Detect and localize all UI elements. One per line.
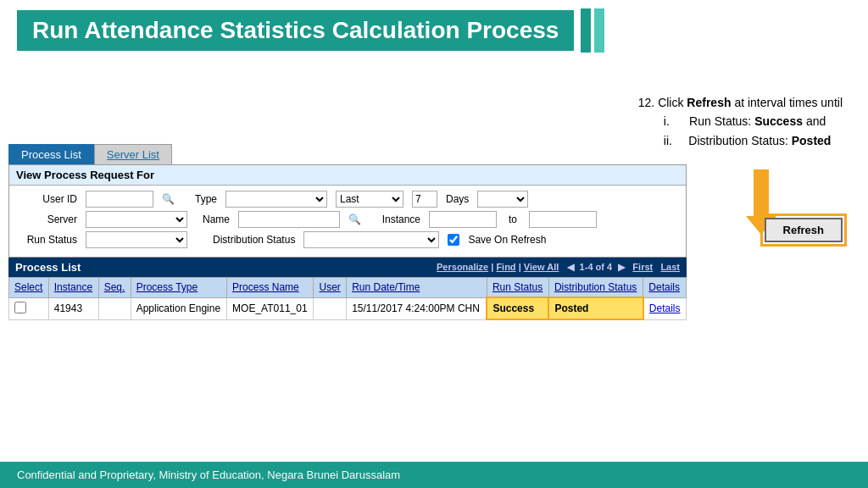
col-run-status[interactable]: Run Status	[487, 278, 548, 298]
col-distribution-status[interactable]: Distribution Status	[548, 278, 643, 298]
cell-instance: 41943	[48, 297, 98, 319]
distribution-status-select[interactable]	[303, 231, 439, 248]
user-id-label: User ID	[18, 193, 77, 205]
type-select[interactable]	[225, 191, 327, 208]
accent-bar-light	[594, 8, 604, 53]
page-icon-last[interactable]: ▶	[618, 262, 625, 272]
save-on-refresh-label: Save On Refresh	[468, 234, 546, 246]
table-row: 41943 Application Engine MOE_AT011_01 15…	[9, 297, 687, 319]
cell-user	[314, 297, 347, 319]
process-table: Select Instance Seq. Process Type Proces…	[8, 277, 687, 320]
name-search-icon[interactable]: 🔍	[348, 214, 361, 225]
table-header-row: Select Instance Seq. Process Type Proces…	[9, 278, 687, 298]
last-link[interactable]: Last	[660, 262, 680, 272]
page-icon-first[interactable]: ◀	[567, 262, 574, 272]
user-id-input[interactable]	[86, 191, 153, 208]
days-value-input[interactable]	[412, 191, 437, 208]
instance-label: Instance	[370, 214, 420, 225]
roman-1: i.	[664, 114, 670, 128]
col-select[interactable]: Select	[9, 278, 49, 298]
find-link[interactable]: Find	[496, 262, 515, 272]
process-request-box: View Process Request For User ID 🔍 Type …	[8, 164, 687, 258]
process-request-header: View Process Request For	[9, 165, 686, 186]
instruction-text: 12. Click Refresh at interval times unti…	[638, 93, 843, 150]
main-content: Process List Server List View Process Re…	[8, 144, 687, 320]
name-input[interactable]	[238, 211, 340, 228]
tab-process-list[interactable]: Process List	[8, 144, 94, 164]
instance-to-input[interactable]	[529, 211, 597, 228]
personalize-link[interactable]: Personalize	[437, 262, 488, 272]
refresh-button[interactable]: Refresh	[765, 218, 843, 242]
instruction-text2: at interval times until	[734, 96, 843, 109]
cell-run-datetime: 15/11/2017 4:24:00PM CHN	[347, 297, 487, 319]
cell-select	[9, 297, 49, 319]
process-list-header: Process List Personalize | Find | View A…	[8, 258, 687, 277]
instruction-item-2: ii. Distribution Status: Posted	[664, 131, 843, 150]
process-list-tools: Personalize | Find | View All ◀ 1-4 of 4…	[437, 262, 680, 273]
col-details[interactable]: Details	[643, 278, 687, 298]
process-list-section: Process List Personalize | Find | View A…	[8, 258, 687, 320]
accent-bars	[581, 8, 604, 53]
run-status-label: Run Status	[18, 234, 77, 246]
last-select[interactable]: Last	[336, 191, 403, 208]
first-link[interactable]: First	[632, 262, 653, 272]
form-row-1: User ID 🔍 Type Last Days	[18, 191, 677, 208]
row-checkbox[interactable]	[14, 302, 26, 313]
cell-process-name: MOE_AT011_01	[227, 297, 314, 319]
col-instance[interactable]: Instance	[48, 278, 98, 298]
cell-distribution-status: Posted	[548, 297, 643, 319]
server-select[interactable]	[86, 211, 187, 228]
instance-from-input[interactable]	[429, 211, 497, 228]
tab-bar: Process List Server List	[8, 144, 687, 164]
page-title: Run Attendance Statistics Calculation Pr…	[17, 10, 574, 51]
cell-details[interactable]: Details	[643, 297, 687, 319]
cell-run-status: Success	[487, 297, 548, 319]
footer: Confidential and Proprietary, Ministry o…	[0, 462, 868, 488]
instruction-item-1: i. Run Status: Success and	[664, 112, 843, 130]
tab-server-list[interactable]: Server List	[94, 144, 172, 164]
item-1-label: Run Status:	[689, 114, 751, 128]
run-status-select[interactable]	[86, 231, 187, 248]
col-process-type[interactable]: Process Type	[131, 278, 226, 298]
accent-bar-dark	[581, 8, 591, 53]
item-2-value: Posted	[792, 134, 832, 147]
instruction-click-text: Click	[658, 96, 683, 109]
distribution-status-label: Distribution Status	[213, 234, 295, 246]
days-label: Days	[446, 193, 469, 205]
paging-info: 1-4 of 4	[580, 262, 613, 272]
item-1-value: Success	[754, 114, 803, 128]
name-label: Name	[196, 214, 230, 225]
col-run-datetime[interactable]: Run Date/Time	[347, 278, 487, 298]
view-all-link[interactable]: View All	[524, 262, 559, 272]
cell-seq	[98, 297, 131, 319]
cell-process-type: Application Engine	[131, 297, 226, 319]
type-label: Type	[183, 193, 217, 205]
col-seq[interactable]: Seq.	[98, 278, 131, 298]
footer-text: Confidential and Proprietary, Ministry o…	[17, 469, 400, 481]
form-area: User ID 🔍 Type Last Days Server Name 🔍	[9, 186, 686, 257]
item-1-text: and	[806, 114, 826, 128]
save-on-refresh-checkbox[interactable]	[448, 234, 459, 246]
instruction-bold-word: Refresh	[687, 96, 731, 109]
to-label: to	[509, 214, 517, 225]
process-list-title: Process List	[15, 261, 81, 274]
arrow-stem	[754, 169, 769, 216]
form-row-3: Run Status Distribution Status Save On R…	[18, 231, 677, 248]
col-user[interactable]: User	[314, 278, 347, 298]
page-header: Run Attendance Statistics Calculation Pr…	[0, 0, 868, 61]
user-id-search-icon[interactable]: 🔍	[162, 193, 175, 205]
days-unit-select[interactable]	[477, 191, 528, 208]
instruction-number: 12.	[638, 96, 654, 109]
item-2-label: Distribution Status:	[688, 134, 788, 147]
instruction-list: i. Run Status: Success and ii. Distribut…	[664, 112, 843, 150]
form-row-2: Server Name 🔍 Instance to	[18, 211, 677, 228]
col-process-name[interactable]: Process Name	[227, 278, 314, 298]
server-label: Server	[18, 214, 77, 225]
